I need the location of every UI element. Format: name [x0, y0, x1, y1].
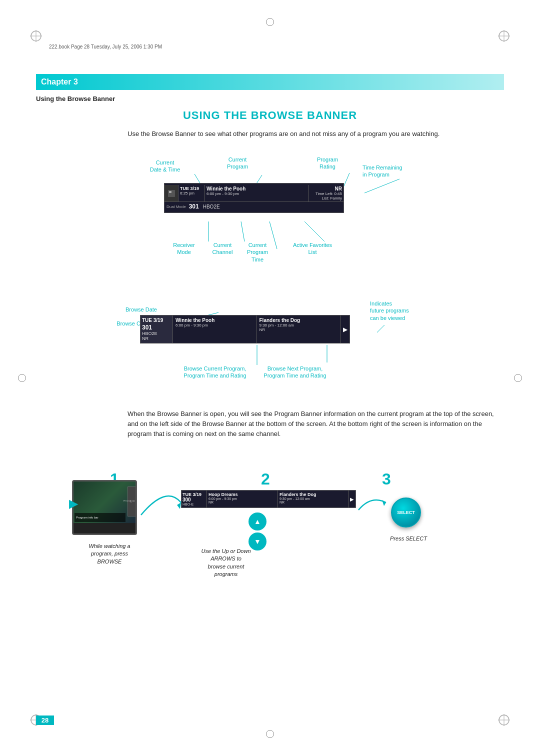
- banner-right: NR Time Left: 0:45 List: Family: [308, 185, 344, 202]
- reg-dot-right: [514, 374, 522, 382]
- banner-icon: [164, 185, 178, 202]
- ann-receiver-mode: ReceiverMode: [164, 242, 204, 256]
- svg-line-15: [364, 179, 400, 193]
- ann-program-rating: ProgramRating: [305, 156, 350, 170]
- reg-dot-top: [266, 18, 274, 26]
- ann-current-program: CurrentProgram: [218, 156, 258, 170]
- svg-line-26: [377, 325, 384, 332]
- svg-marker-28: [382, 500, 386, 506]
- step1-caption: While watching aprogram, pressBROWSE: [72, 542, 147, 566]
- browse-arrow-icon: ▶: [340, 316, 350, 343]
- step3-number: 3: [382, 470, 391, 488]
- banner-main-info: Winnie the Pooh 6:00 pm - 9:30 pm: [204, 185, 308, 202]
- ann-browse-next: Browse Next Program,Program Time and Rat…: [255, 365, 335, 380]
- ann-browse-current: Browse Current Program,Program Time and …: [180, 365, 250, 380]
- browse-next-prog: Flanders the Dog 9:30 pm - 12:00 am NR: [257, 316, 341, 343]
- browse-current-prog: Winnie the Pooh 6:00 pm - 9:30 pm: [173, 316, 257, 343]
- svg-line-19: [304, 222, 324, 242]
- description-text: When the Browse Banner is open, you will…: [128, 409, 504, 439]
- step2-banner-ui: TUE 3/19 300 HBO-E Hoop Dreams 6:00 pm -…: [181, 490, 356, 508]
- step2-number: 2: [261, 470, 270, 488]
- up-arrow-button[interactable]: ▲: [248, 512, 266, 530]
- s2-arrow-icon: ▶: [348, 490, 356, 508]
- corner-mark-br: [497, 713, 511, 727]
- svg-rect-21: [169, 191, 172, 193]
- ann-current-channel: CurrentChannel: [205, 242, 240, 256]
- svg-marker-27: [177, 502, 181, 509]
- intro-text: Use the Browse Banner to see what other …: [128, 129, 504, 139]
- ann-indicates-future: Indicatesfuture programscan be viewed: [370, 300, 440, 322]
- s2-left: TUE 3/19 300 HBO-E: [182, 490, 206, 508]
- page-title: Using the Browse Banner: [0, 109, 540, 122]
- banner-row2: Dual Mode 301 HBO2E: [164, 202, 344, 211]
- banner-ui: TUE 3/19 6:25 pm Winnie the Pooh 6:00 pm…: [164, 183, 344, 213]
- chapter-header: Chapter 3: [36, 74, 504, 90]
- step2-banner: TUE 3/19 300 HBO-E Hoop Dreams 6:00 pm -…: [181, 490, 356, 508]
- corner-mark-tl: [29, 29, 43, 43]
- browse-left: TUE 3/19 301 HBO2E NR: [140, 316, 173, 343]
- s2-right: Flanders the Dog 9:30 pm - 12:00 am NR: [278, 490, 348, 508]
- ann-current-prog-time: CurrentProgramTime: [240, 242, 275, 263]
- ann-current-date-time: CurrentDate & Time: [140, 159, 190, 174]
- arrow-to-browse: ▶: [69, 498, 78, 510]
- page-number: 28: [36, 716, 54, 725]
- step3-caption: Press SELECT: [376, 535, 441, 542]
- browse-diagram: Browse Date Browse Channel TUE 3/19 301 …: [90, 295, 504, 400]
- book-info: 222.book Page 28 Tuesday, July 25, 2006 …: [49, 44, 162, 50]
- step-diagram: 1 Program info bar BROWSE ▶ While watchi…: [36, 470, 504, 585]
- svg-line-17: [241, 222, 244, 242]
- corner-mark-tr: [497, 29, 511, 43]
- select-button[interactable]: SELECT: [391, 498, 421, 528]
- step2-caption: Use the Up or DownARROWS tobrowse curren…: [181, 548, 271, 578]
- s2-mid: Hoop Dreams 6:00 pm - 9:30 pm NR: [206, 490, 278, 508]
- ann-active-favorites: Active FavoritesList: [285, 242, 340, 256]
- svg-rect-20: [168, 190, 175, 197]
- browse-banner-ui: TUE 3/19 301 HBO2E NR Winnie the Pooh 6:…: [140, 315, 350, 344]
- section-label: Using the Browse Banner: [36, 95, 115, 102]
- browse-button[interactable]: BROWSE: [128, 486, 136, 516]
- tv-mockup: Program info bar BROWSE: [72, 480, 137, 535]
- banner-date: TUE 3/19 6:25 pm: [178, 185, 204, 202]
- chapter-label: Chapter 3: [41, 78, 78, 86]
- ann-browse-date: Browse Date: [112, 306, 157, 313]
- reg-dot-bottom: [266, 730, 274, 738]
- tv-bottom: [74, 523, 136, 534]
- ann-time-remaining: Time Remainingin Program: [362, 164, 422, 178]
- reg-dot-left: [18, 374, 26, 382]
- banner-diagram: CurrentDate & Time CurrentProgram Progra…: [90, 149, 504, 289]
